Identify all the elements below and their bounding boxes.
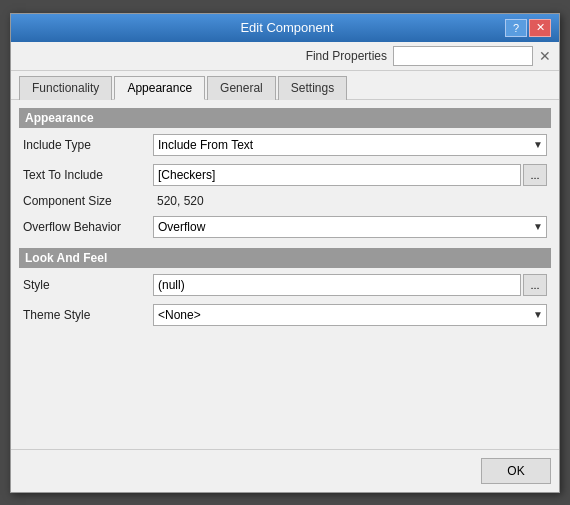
text-to-include-control: ...	[153, 164, 547, 186]
theme-style-select[interactable]: <None>	[153, 304, 547, 326]
include-type-row: Include Type Include From Text Include F…	[19, 132, 551, 158]
component-size-control: 520, 520	[153, 194, 547, 208]
component-size-value: 520, 520	[153, 194, 208, 208]
overflow-behavior-control: Overflow Hidden Scroll Auto ▼	[153, 216, 547, 238]
find-properties-label: Find Properties	[306, 49, 387, 63]
include-type-select-wrapper: Include From Text Include From File Incl…	[153, 134, 547, 156]
tab-general[interactable]: General	[207, 76, 276, 100]
component-size-label: Component Size	[23, 194, 153, 208]
include-type-label: Include Type	[23, 138, 153, 152]
style-browse-button[interactable]: ...	[523, 274, 547, 296]
find-close-icon[interactable]: ✕	[539, 49, 551, 63]
theme-style-label: Theme Style	[23, 308, 153, 322]
overflow-behavior-select[interactable]: Overflow Hidden Scroll Auto	[153, 216, 547, 238]
close-button[interactable]: ✕	[529, 19, 551, 37]
text-to-include-row: Text To Include ...	[19, 162, 551, 188]
dialog-footer: OK	[11, 449, 559, 492]
content-area: Appearance Include Type Include From Tex…	[11, 100, 559, 449]
text-to-include-label: Text To Include	[23, 168, 153, 182]
text-to-include-browse-button[interactable]: ...	[523, 164, 547, 186]
appearance-section-header: Appearance	[19, 108, 551, 128]
component-size-row: Component Size 520, 520	[19, 192, 551, 210]
edit-component-dialog: Edit Component ? ✕ Find Properties ✕ Fun…	[10, 13, 560, 493]
overflow-behavior-label: Overflow Behavior	[23, 220, 153, 234]
overflow-behavior-select-wrapper: Overflow Hidden Scroll Auto ▼	[153, 216, 547, 238]
theme-style-control: <None> ▼	[153, 304, 547, 326]
tabs-bar: Functionality Appearance General Setting…	[11, 71, 559, 100]
style-row: Style ...	[19, 272, 551, 298]
theme-style-select-wrapper: <None> ▼	[153, 304, 547, 326]
find-bar: Find Properties ✕	[11, 42, 559, 71]
look-section-header: Look And Feel	[19, 248, 551, 268]
theme-style-row: Theme Style <None> ▼	[19, 302, 551, 328]
style-label: Style	[23, 278, 153, 292]
dialog-title: Edit Component	[69, 20, 505, 35]
find-properties-input[interactable]	[393, 46, 533, 66]
include-type-select[interactable]: Include From Text Include From File Incl…	[153, 134, 547, 156]
style-control: ...	[153, 274, 547, 296]
text-to-include-input[interactable]	[153, 164, 521, 186]
style-input[interactable]	[153, 274, 521, 296]
include-type-control: Include From Text Include From File Incl…	[153, 134, 547, 156]
help-button[interactable]: ?	[505, 19, 527, 37]
ok-button[interactable]: OK	[481, 458, 551, 484]
title-bar: Edit Component ? ✕	[11, 14, 559, 42]
tab-appearance[interactable]: Appearance	[114, 76, 205, 100]
tab-functionality[interactable]: Functionality	[19, 76, 112, 100]
title-bar-buttons: ? ✕	[505, 19, 551, 37]
overflow-behavior-row: Overflow Behavior Overflow Hidden Scroll…	[19, 214, 551, 240]
tab-settings[interactable]: Settings	[278, 76, 347, 100]
